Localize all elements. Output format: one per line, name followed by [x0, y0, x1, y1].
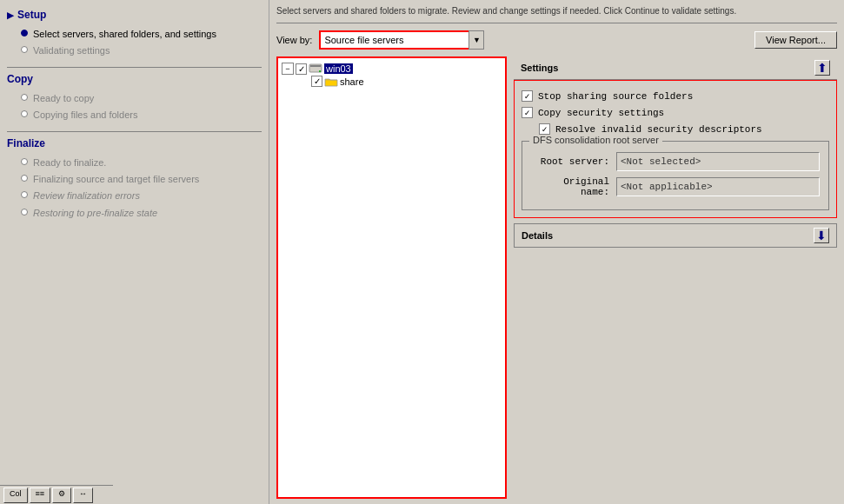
copy-security-checkbox[interactable] [522, 107, 533, 118]
resolve-invalid-checkbox[interactable] [539, 123, 550, 135]
content-split: − win03 [276, 56, 837, 499]
validating-label: Validating settings [33, 44, 110, 57]
dfs-legend: DFS consolidation root server [529, 135, 662, 145]
sidebar-item-validating[interactable]: Validating settings [7, 43, 262, 59]
view-by-dropdown-wrapper[interactable]: Source file servers ▼ [319, 30, 484, 50]
details-header: Details ⬇ [514, 223, 837, 248]
settings-header: Settings ⬆ [514, 56, 837, 80]
resolve-invalid-label: Resolve invalid security descriptors [555, 124, 762, 135]
bullet-ready-finalize [21, 158, 28, 165]
settings-panel: Settings ⬆ Stop sharing source folders C… [514, 56, 837, 499]
settings-body: Stop sharing source folders Copy securit… [514, 80, 837, 218]
bullet-copying [21, 110, 28, 117]
bottom-btn-4[interactable]: ↔ [73, 487, 93, 503]
ready-copy-label: Ready to copy [33, 92, 94, 105]
bottom-btn-2[interactable]: ≡≡ [30, 487, 51, 503]
dfs-original-name-row: Original name: [531, 176, 820, 197]
sidebar-item-finalizing[interactable]: Finalizing source and target file server… [7, 171, 262, 188]
instruction-text: Select servers and shared folders to mig… [276, 5, 837, 23]
share-label: share [340, 76, 364, 87]
bottom-btn-3[interactable]: ⚙ [52, 487, 71, 503]
select-servers-label: Select servers, shared folders, and sett… [33, 28, 216, 41]
bullet-select-servers [21, 30, 28, 36]
dfs-original-name-input[interactable] [616, 177, 820, 196]
sidebar-setup-section: ▶ Setup Select servers, shared folders, … [7, 9, 262, 60]
svg-point-2 [319, 70, 321, 72]
tree-panel: − win03 [276, 56, 507, 499]
svg-rect-1 [310, 65, 321, 67]
server-label: win03 [324, 63, 353, 74]
tree-expand-icon[interactable]: − [282, 63, 294, 75]
view-by-label: View by: [276, 35, 312, 45]
sidebar-item-restoring[interactable]: Restoring to pre-finalize state [7, 205, 262, 222]
sidebar-item-copying[interactable]: Copying files and folders [7, 107, 262, 123]
checkbox-row-stop-sharing: Stop sharing source folders [522, 88, 829, 104]
sidebar-item-review-errors[interactable]: Review finalization errors [7, 188, 262, 204]
view-by-dropdown[interactable]: Source file servers [319, 30, 484, 50]
bullet-ready-copy [21, 94, 28, 101]
stop-sharing-checkbox[interactable] [522, 90, 533, 102]
view-row: View by: Source file servers ▼ View Repo… [276, 30, 837, 50]
bullet-restoring [21, 209, 28, 216]
tree-share-row[interactable]: share [282, 76, 502, 87]
view-report-button[interactable]: View Report... [754, 31, 837, 49]
tree-share-checkbox[interactable] [311, 76, 322, 87]
finalize-label: Finalize [7, 137, 45, 149]
bullet-finalizing [21, 175, 28, 182]
details-collapse-button[interactable]: ⬇ [814, 228, 829, 243]
bottom-btn-col[interactable]: Col [3, 487, 28, 503]
bullet-review-errors [21, 191, 28, 198]
dfs-body: Root server: Original name: [522, 149, 828, 209]
settings-group: Settings ⬆ Stop sharing source folders C… [514, 56, 837, 218]
divider-1 [7, 67, 262, 68]
tree-server-checkbox[interactable] [296, 63, 307, 75]
server-icon [309, 63, 322, 75]
sidebar-item-select-servers[interactable]: Select servers, shared folders, and sett… [7, 26, 262, 43]
folder-icon [324, 76, 338, 87]
sidebar-copy-title: Copy [7, 73, 262, 85]
tree-server-row[interactable]: − win03 [282, 62, 502, 76]
review-errors-label: Review finalization errors [33, 189, 140, 202]
sidebar-copy-section: Copy Ready to copy Copying files and fol… [7, 73, 262, 124]
sidebar-finalize-section: Finalize Ready to finalize. Finalizing s… [7, 137, 262, 222]
copy-label: Copy [7, 73, 33, 85]
dfs-root-server-row: Root server: [531, 152, 820, 171]
setup-triangle-icon: ▶ [7, 10, 14, 20]
ready-finalize-label: Ready to finalize. [33, 156, 106, 169]
finalizing-label: Finalizing source and target file server… [33, 173, 199, 186]
sidebar-item-ready-finalize[interactable]: Ready to finalize. [7, 155, 262, 171]
dfs-group: DFS consolidation root server Root serve… [522, 141, 829, 210]
settings-collapse-button[interactable]: ⬆ [814, 60, 830, 76]
dfs-original-name-label: Original name: [531, 176, 609, 197]
restoring-label: Restoring to pre-finalize state [33, 207, 157, 220]
copying-label: Copying files and folders [33, 109, 137, 122]
settings-title: Settings [521, 63, 558, 73]
sidebar-setup-title: ▶ Setup [7, 9, 262, 21]
bullet-validating [21, 46, 28, 53]
dfs-legend-wrapper: DFS consolidation root server [522, 142, 828, 152]
checkbox-row-copy-security: Copy security settings [522, 104, 829, 121]
sidebar-item-ready-copy[interactable]: Ready to copy [7, 90, 262, 107]
sidebar: ▶ Setup Select servers, shared folders, … [0, 0, 269, 504]
divider-2 [7, 131, 262, 132]
setup-label: Setup [17, 9, 46, 21]
content-area: Select servers and shared folders to mig… [269, 0, 844, 504]
details-title: Details [522, 230, 553, 241]
copy-security-label: Copy security settings [538, 108, 664, 118]
dfs-root-server-input[interactable] [616, 152, 820, 171]
stop-sharing-label: Stop sharing source folders [538, 91, 693, 102]
dfs-root-server-label: Root server: [531, 156, 609, 167]
sidebar-finalize-title: Finalize [7, 137, 262, 149]
